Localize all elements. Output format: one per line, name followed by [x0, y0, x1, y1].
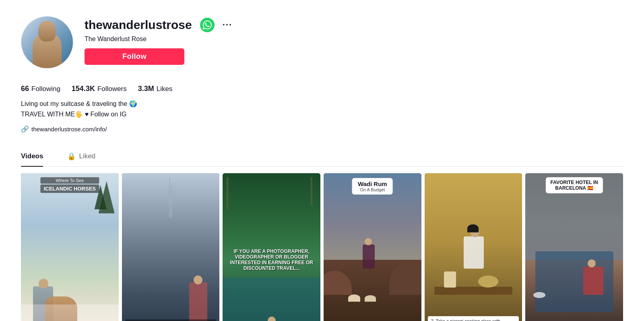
video-card-5[interactable]: 2. Take a pierogi cooking class with Pie…	[425, 173, 522, 321]
video-thumb-4: Wadi Rum On A Budget	[324, 173, 421, 321]
video-card-2[interactable]: This hotel in Warsaw, Poland has an amaz…	[122, 173, 220, 321]
username: thewanderlustrose	[85, 18, 192, 32]
overlay-iceland-top: Where To See ICELANDIC HORSES	[41, 177, 99, 193]
video-thumb-6: FAVORITE HOTEL INBARCELONA 🇪🇸	[525, 173, 623, 321]
overlay-icelandic-horses: ICELANDIC HORSES	[41, 184, 99, 193]
profile-info: thewanderlustrose ··· The Wanderlust Ros…	[85, 16, 623, 65]
tab-videos-label: Videos	[21, 152, 43, 160]
bio-link[interactable]: 🔗 thewanderlustrose.com/info/	[21, 124, 623, 135]
avatar	[21, 16, 73, 68]
profile-section: thewanderlustrose ··· The Wanderlust Ros…	[0, 0, 644, 139]
video-thumb-1: Where To See ICELANDIC HORSES REYKJAVIK,…	[21, 173, 119, 321]
tab-liked[interactable]: 🔒 Liked	[67, 147, 95, 166]
bio-text-2: TRAVEL WITH ME🖐 ♥ Follow on IG	[21, 109, 126, 120]
followers-stat[interactable]: 154.3K Followers	[72, 85, 127, 93]
tabs-row: Videos 🔒 Liked	[21, 147, 623, 167]
overlay-poland-text: This hotel in Warsaw, Poland has an amaz…	[125, 319, 217, 321]
warsaw-cooking-text: 2. Take a pierogi cooking class with Pie…	[431, 319, 500, 321]
following-count: 66	[21, 85, 29, 93]
video-grid: Where To See ICELANDIC HORSES REYKJAVIK,…	[0, 167, 644, 321]
following-label: Following	[31, 85, 60, 93]
tab-liked-label: Liked	[79, 152, 95, 160]
tab-videos[interactable]: Videos	[21, 147, 43, 166]
display-name: The Wanderlust Rose	[85, 35, 623, 43]
overlay-photographer-text: IF YOU ARE A PHOTOGRAPHER, VIDEOGRAPHER …	[223, 249, 320, 271]
video-card-4[interactable]: Wadi Rum On A Budget ▶ 6699 Is #WadiRum …	[324, 173, 421, 321]
following-stat[interactable]: 66 Following	[21, 85, 60, 93]
lock-icon: 🔒	[67, 152, 76, 161]
likes-stat[interactable]: 3.3M Likes	[138, 85, 173, 93]
wadi-overlay: Wadi Rum On A Budget	[352, 178, 393, 195]
followers-label: Followers	[97, 85, 127, 93]
wadi-title: Wadi Rum	[358, 180, 387, 187]
bio-text-1: Living out my suitcase & traveling the 🌍	[21, 99, 137, 109]
follow-button[interactable]: Follow	[85, 48, 184, 65]
link-text: thewanderlustrose.com/info/	[31, 124, 107, 134]
video-card-6[interactable]: FAVORITE HOTEL INBARCELONA 🇪🇸 ▶ 5242 Loc…	[525, 173, 623, 321]
whatsapp-icon[interactable]	[200, 18, 215, 32]
stats-row: 66 Following 154.3K Followers 3.3M Likes	[21, 85, 623, 93]
likes-count: 3.3M	[138, 85, 154, 93]
username-row: thewanderlustrose ···	[85, 18, 623, 32]
video-thumb-3: IF YOU ARE A PHOTOGRAPHER, VIDEOGRAPHER …	[223, 173, 320, 321]
video-thumb-5: 2. Take a pierogi cooking class with Pie…	[425, 173, 522, 321]
video-thumb-2: This hotel in Warsaw, Poland has an amaz…	[122, 173, 220, 321]
bio-section: Living out my suitcase & traveling the 🌍…	[21, 99, 623, 135]
followers-count: 154.3K	[72, 85, 95, 93]
link-icon: 🔗	[21, 124, 29, 135]
overlay-where-to-see: Where To See	[41, 177, 99, 184]
video-card-3[interactable]: IF YOU ARE A PHOTOGRAPHER, VIDEOGRAPHER …	[223, 173, 320, 321]
more-options-button[interactable]: ···	[223, 20, 232, 30]
barcelona-overlay: FAVORITE HOTEL INBARCELONA 🇪🇸	[545, 177, 603, 193]
bio-line-2: TRAVEL WITH ME🖐 ♥ Follow on IG	[21, 109, 623, 120]
wadi-subtitle: On A Budget	[358, 187, 387, 192]
video-card-1[interactable]: Where To See ICELANDIC HORSES REYKJAVIK,…	[21, 173, 119, 321]
likes-label: Likes	[157, 85, 173, 93]
barcelona-title: FAVORITE HOTEL INBARCELONA 🇪🇸	[550, 180, 598, 191]
warsaw-cooking-overlay: 2. Take a pierogi cooking class with Pie…	[428, 316, 519, 321]
bio-line-1: Living out my suitcase & traveling the 🌍	[21, 99, 623, 109]
profile-top: thewanderlustrose ··· The Wanderlust Ros…	[21, 16, 623, 68]
